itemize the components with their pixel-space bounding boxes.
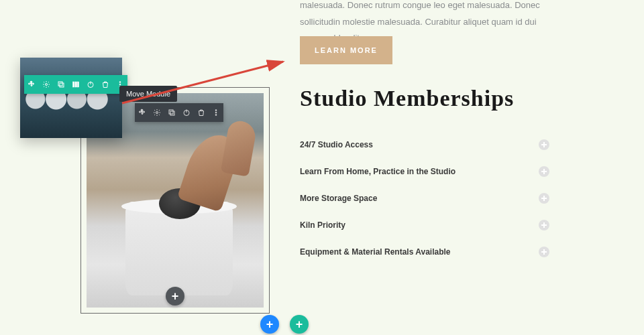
add-row-button[interactable]: + bbox=[290, 315, 309, 334]
accordion-item[interactable]: Learn From Home, Practice in the Studio bbox=[300, 158, 549, 185]
svg-rect-1 bbox=[58, 82, 62, 86]
power-icon[interactable] bbox=[83, 75, 98, 94]
trash-icon[interactable] bbox=[98, 75, 113, 94]
hand-shape bbox=[177, 128, 244, 212]
svg-point-8 bbox=[119, 82, 121, 83]
expand-icon[interactable] bbox=[539, 166, 549, 177]
duplicate-icon[interactable] bbox=[164, 103, 179, 122]
trash-icon[interactable] bbox=[194, 103, 209, 122]
svg-point-18 bbox=[215, 115, 217, 116]
accordion-label: Learn From Home, Practice in the Studio bbox=[300, 167, 455, 176]
expand-icon[interactable] bbox=[539, 220, 549, 230]
svg-point-9 bbox=[119, 84, 121, 85]
svg-rect-2 bbox=[60, 83, 64, 87]
learn-more-button[interactable]: LEARN MORE bbox=[300, 36, 392, 64]
svg-point-17 bbox=[215, 112, 217, 113]
power-icon[interactable] bbox=[179, 103, 194, 122]
accordion-label: Equipment & Material Rentals Available bbox=[300, 247, 451, 257]
accordion-label: Kiln Priority bbox=[300, 220, 345, 230]
move-module-tooltip: Move Module bbox=[119, 86, 177, 102]
svg-rect-5 bbox=[78, 82, 79, 87]
gear-icon[interactable] bbox=[150, 103, 164, 122]
move-icon[interactable] bbox=[135, 103, 150, 122]
accordion-item[interactable]: Kiln Priority bbox=[300, 212, 549, 239]
expand-icon[interactable] bbox=[539, 193, 549, 204]
svg-rect-12 bbox=[169, 110, 173, 114]
move-icon[interactable] bbox=[24, 75, 39, 94]
gear-icon[interactable] bbox=[39, 75, 54, 94]
module-toolbar bbox=[135, 103, 223, 122]
columns-icon[interactable] bbox=[68, 75, 83, 94]
floating-thumbnail[interactable] bbox=[20, 58, 122, 138]
svg-point-11 bbox=[156, 112, 158, 114]
duplicate-icon[interactable] bbox=[54, 75, 68, 94]
svg-rect-13 bbox=[170, 111, 174, 115]
svg-point-0 bbox=[46, 84, 48, 86]
accordion-label: More Storage Space bbox=[300, 194, 377, 203]
expand-icon[interactable] bbox=[539, 247, 549, 257]
add-section-button[interactable]: + bbox=[260, 315, 279, 334]
svg-rect-3 bbox=[73, 82, 75, 87]
memberships-heading: Studio Memberships bbox=[300, 86, 514, 111]
svg-rect-4 bbox=[75, 82, 77, 87]
accordion-label: 24/7 Studio Access bbox=[300, 140, 373, 149]
add-module-button[interactable]: + bbox=[166, 287, 184, 306]
memberships-accordion: 24/7 Studio Access Learn From Home, Prac… bbox=[300, 131, 549, 265]
row-toolbar bbox=[24, 75, 127, 94]
expand-icon[interactable] bbox=[539, 139, 549, 150]
accordion-item[interactable]: Equipment & Material Rentals Available bbox=[300, 239, 549, 265]
more-icon[interactable] bbox=[209, 103, 223, 122]
accordion-item[interactable]: More Storage Space bbox=[300, 185, 549, 212]
svg-point-16 bbox=[215, 110, 217, 111]
accordion-item[interactable]: 24/7 Studio Access bbox=[300, 131, 549, 158]
